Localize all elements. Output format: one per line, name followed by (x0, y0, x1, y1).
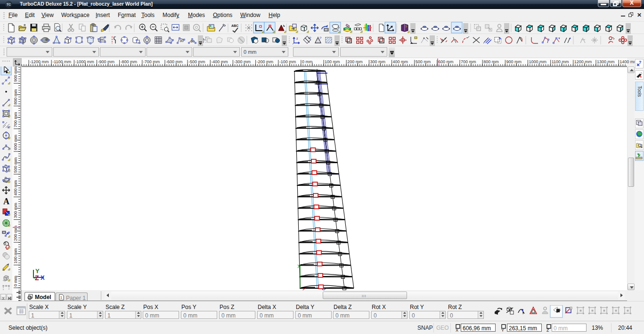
svg-text:-1000 mm: -1000 mm (75, 59, 94, 64)
svg-text:-700 mm: -700 mm (143, 59, 160, 64)
svg-text:?: ? (405, 25, 407, 28)
svg-text:900 mm: 900 mm (13, 67, 18, 82)
svg-text:?: ? (319, 36, 322, 40)
svg-text:0 mm: 0 mm (13, 276, 18, 287)
svg-text:1100 mm: 1100 mm (552, 59, 569, 64)
svg-text:800 mm: 800 mm (483, 59, 499, 64)
svg-text:Y: Y (35, 267, 40, 275)
svg-text:-200 mm: -200 mm (257, 59, 274, 64)
svg-text:200 mm: 200 mm (13, 225, 18, 241)
svg-text:-300 mm: -300 mm (234, 59, 251, 64)
svg-text:1: 1 (60, 296, 62, 299)
svg-text:Y: Y (501, 328, 504, 332)
svg-text:-800 mm: -800 mm (121, 59, 138, 64)
svg-text:400 mm: 400 mm (13, 180, 18, 196)
svg-text:X: X (41, 274, 45, 281)
svg-text:0 mm: 0 mm (302, 59, 313, 64)
svg-text:300 mm: 300 mm (370, 59, 385, 64)
svg-text:700 mm: 700 mm (13, 112, 18, 127)
svg-text:100 mm: 100 mm (13, 248, 18, 264)
svg-text:?: ? (309, 36, 311, 40)
svg-text:1200 mm: 1200 mm (574, 59, 592, 64)
svg-text:1300 mm: 1300 mm (597, 59, 615, 64)
svg-text:500 mm: 500 mm (13, 158, 18, 173)
svg-text:A: A (3, 197, 9, 206)
svg-text:ABC: ABC (231, 24, 238, 27)
svg-text:X: X (456, 328, 458, 332)
svg-text:900 mm: 900 mm (506, 59, 522, 64)
svg-text:500 mm: 500 mm (416, 59, 431, 64)
svg-text:1000 mm: 1000 mm (529, 59, 547, 64)
svg-text:600 mm: 600 mm (13, 134, 18, 150)
svg-text:400 mm: 400 mm (393, 59, 408, 64)
svg-text:300 mm: 300 mm (13, 203, 18, 218)
svg-text:-400 mm: -400 mm (211, 59, 228, 64)
svg-text:200 mm: 200 mm (347, 59, 363, 64)
svg-text:-900 mm: -900 mm (98, 59, 115, 64)
svg-text:800 mm: 800 mm (13, 89, 18, 105)
svg-text:700 mm: 700 mm (461, 59, 476, 64)
svg-text:600 mm: 600 mm (438, 59, 454, 64)
svg-text:-500 mm: -500 mm (188, 59, 205, 64)
svg-text:?: ? (639, 60, 642, 65)
svg-text:-1200 mm: -1200 mm (30, 59, 49, 64)
svg-text:-1100 mm: -1100 mm (52, 59, 71, 64)
svg-text:-100 mm: -100 mm (279, 59, 296, 64)
svg-text:Z: Z (546, 328, 549, 332)
svg-text:100 mm: 100 mm (325, 59, 340, 64)
svg-text:-600 mm: -600 mm (166, 59, 183, 64)
svg-text:z: z (296, 37, 298, 40)
